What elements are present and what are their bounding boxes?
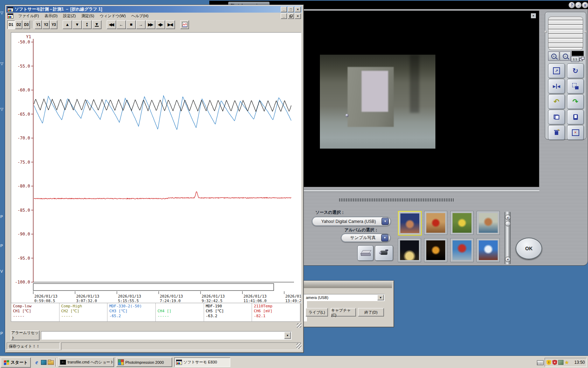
pi-close-button[interactable]: x <box>582 2 588 8</box>
thumbnail-cloud-sunset[interactable] <box>477 238 500 262</box>
window-maximize-button[interactable]: □ <box>288 7 294 12</box>
alarm-combobox[interactable]: ▼ <box>41 331 292 340</box>
menu-表示(D)[interactable]: 表示(D) <box>42 13 60 19</box>
thumbnail-light-spiral[interactable] <box>424 238 447 262</box>
tool-fit-resize-button[interactable]: ↗ <box>548 63 565 78</box>
scroll-down-icon[interactable]: ▼ <box>505 257 511 262</box>
mdi-minimize-button[interactable]: _ <box>281 13 287 19</box>
shield-error-icon[interactable]: × <box>552 360 557 365</box>
window-minimize-button[interactable]: _ <box>281 7 287 12</box>
toolbar-D1-button[interactable]: D1 <box>7 20 15 29</box>
desktop-icon-label-fragment[interactable]: P <box>0 331 3 335</box>
toolbar-rewind-button[interactable]: ◀◀ <box>107 20 116 29</box>
quicklaunch-ie[interactable]: e <box>34 359 40 366</box>
cascade-icon[interactable] <box>579 57 584 61</box>
menu-ヘルプ(H)[interactable]: ヘルプ(H) <box>128 13 151 19</box>
dialog-button-3[interactable]: 終了(D) <box>358 308 384 316</box>
tool-close-image-button[interactable]: ✕ <box>567 125 584 140</box>
mdi-resize-grip[interactable] <box>297 323 301 328</box>
thumbnail-lighthouse[interactable] <box>450 238 474 262</box>
toolbar-D2-button[interactable]: D2 <box>15 20 22 29</box>
toolbar-scroll-both-button[interactable]: ▲▼ <box>82 20 92 29</box>
toolbar-step-back-button[interactable]: ← <box>117 20 126 29</box>
scrollbar-knob[interactable] <box>505 221 511 226</box>
chevron-down-icon[interactable]: ▼ <box>377 295 384 300</box>
capture-source-combobox[interactable]: amera (USB) ▼ <box>301 294 385 301</box>
ok-button[interactable]: OK <box>516 238 542 259</box>
mdi-close-button[interactable]: × <box>295 13 301 19</box>
shield-warning-icon[interactable]: ! <box>546 360 551 365</box>
dialog-button-1[interactable]: ライブ(L) <box>306 308 328 316</box>
capture-dialog-titlebar[interactable] <box>299 282 392 288</box>
toolbar-Y3-button[interactable]: Y3 <box>50 20 57 29</box>
toolbar-expand-scale-button[interactable]: ◀▶ <box>156 20 165 29</box>
source-select-dropdown[interactable]: Yahoo! Digital Camera (USB) ▼ <box>312 217 391 226</box>
quicklaunch-desktop[interactable] <box>41 359 47 366</box>
menu-ウィンドウ(W)[interactable]: ウィンドウ(W) <box>97 13 128 19</box>
desktop-icon-label-fragment[interactable]: ▽ <box>0 11 3 15</box>
scroll-up-icon[interactable]: ▲ <box>505 214 511 220</box>
toolbar-scroll-to-end-button[interactable]: ▼ <box>92 20 102 29</box>
window-close-button[interactable]: × <box>295 7 301 12</box>
menu-測定(S)[interactable]: 測定(S) <box>78 13 97 19</box>
thumbnail-harbor-town[interactable] <box>477 211 500 235</box>
menu-設定(Z)[interactable]: 設定(Z) <box>60 13 78 19</box>
thumbnail-scrollbar[interactable]: ▲ ▼ <box>504 212 511 264</box>
toolbar-scroll-down-button[interactable]: ▼ <box>72 20 82 29</box>
thumbnail-night-skyline[interactable] <box>398 238 421 262</box>
pi-help-button[interactable]: ? <box>568 2 575 8</box>
dialog-button-2[interactable]: キャプチャ(C) <box>331 308 356 316</box>
pi-minimize-button[interactable]: - <box>575 2 582 8</box>
panel-grip[interactable] <box>548 16 583 50</box>
desktop-icon-label-fragment[interactable]: ▽ <box>0 107 3 111</box>
keyboard-icon[interactable] <box>537 360 544 365</box>
toolbar-D3-button[interactable]: D3 <box>23 20 30 29</box>
tool-crop-rotate-button[interactable] <box>567 79 584 94</box>
scanner-button[interactable] <box>357 245 373 261</box>
zoom-out-button[interactable]: − <box>560 52 571 61</box>
zoom-in-button[interactable]: + <box>548 52 559 61</box>
toolbar-fast-forward-button[interactable]: ▶▶ <box>146 20 155 29</box>
camcorder-button[interactable] <box>375 245 393 261</box>
toolbar-scroll-up-button[interactable]: ▲ <box>63 20 72 29</box>
chevron-down-icon[interactable]: ▼ <box>284 332 291 339</box>
task-button-3[interactable]: ソフトサーモ E830 <box>174 357 230 367</box>
tool-paste-button[interactable] <box>567 110 584 124</box>
actual-size-button[interactable]: 1:1 <box>571 56 579 62</box>
tool-delete-button[interactable]: ↷ <box>548 125 565 140</box>
updates-icon[interactable] <box>558 360 564 365</box>
toolbar-step-forward-button[interactable]: → <box>136 20 146 29</box>
tool-redo-button[interactable]: ↷ <box>567 94 584 109</box>
softthermo-titlebar[interactable]: ソフトサーモ計測－計測1 － [折れ線グラフ 1] _□× <box>6 6 302 13</box>
tool-undo-button[interactable]: ↶ <box>548 94 565 109</box>
thumbnail-cardinal-bird[interactable] <box>424 211 447 235</box>
alarm-reset-button[interactable]: アラームリセット <box>11 330 40 340</box>
quicklaunch-folder[interactable] <box>48 359 54 366</box>
toolbar-Y2-button[interactable]: Y2 <box>42 20 50 29</box>
menu-ファイル(F)[interactable]: ファイル(F) <box>15 13 42 19</box>
desktop-icon-label-fragment[interactable]: P <box>0 244 3 248</box>
chevron-down-icon[interactable]: ▼ <box>381 234 388 241</box>
chevron-down-icon[interactable]: ▼ <box>382 218 389 225</box>
window-resize-grip[interactable] <box>296 343 301 349</box>
album-select-dropdown[interactable]: サンプル写真 ▼ <box>341 233 391 242</box>
toolbar-stop-button[interactable]: ■ <box>126 20 136 29</box>
mdi-restore-button[interactable] <box>288 13 294 19</box>
desktop-icon-label-fragment[interactable]: ▽ <box>0 61 3 66</box>
rotate-icon: ↻ <box>573 67 579 75</box>
thumbnail-yellow-flowers[interactable] <box>450 211 474 235</box>
toolbar-shrink-scale-button[interactable]: ▶◀ <box>166 20 175 29</box>
star-icon[interactable]: ★ <box>565 360 569 365</box>
task-button-1[interactable]: C:\transfile.cmd へのショート... <box>58 357 114 367</box>
toolbar-Y1-button[interactable]: Y1 <box>35 20 42 29</box>
tool-rotate-button[interactable]: ↻ <box>567 63 584 78</box>
viewer-close-icon[interactable]: × <box>531 13 536 19</box>
start-button[interactable]: スタート <box>1 357 31 368</box>
tool-copy-button[interactable] <box>548 110 565 124</box>
desktop-icon-label-fragment[interactable]: P <box>0 214 3 219</box>
desktop-icon-label-fragment[interactable]: V <box>0 269 3 273</box>
toolbar-graph-button[interactable] <box>180 20 189 29</box>
task-button-2[interactable]: PhotoImpression 2000 <box>116 357 172 367</box>
tool-flip-horizontal-button[interactable]: ▶◀ <box>548 79 565 94</box>
thumbnail-red-rock-spires[interactable] <box>398 211 422 236</box>
